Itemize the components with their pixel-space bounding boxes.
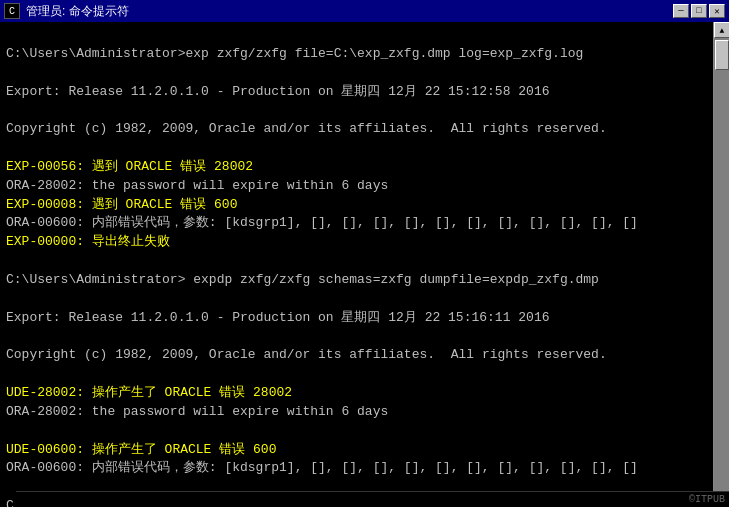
title-bar-left: C 管理员: 命令提示符 [4, 3, 129, 20]
scroll-track[interactable] [714, 38, 729, 491]
watermark-text: ©ITPUB [689, 494, 725, 505]
terminal-line: ORA-00600: 内部错误代码，参数: [kdsgrp1], [], [],… [6, 459, 707, 478]
close-button[interactable]: ✕ [709, 4, 725, 18]
terminal-line: ORA-28002: the password will expire with… [6, 177, 707, 196]
window-icon-label: C [9, 6, 15, 17]
title-bar: C 管理员: 命令提示符 ─ □ ✕ [0, 0, 729, 22]
window-icon: C [4, 3, 20, 19]
terminal-wrapper: C:\Users\Administrator>exp zxfg/zxfg fil… [0, 22, 729, 507]
terminal-line [6, 101, 707, 120]
terminal-line: UDE-28002: 操作产生了 ORACLE 错误 28002 [6, 384, 707, 403]
terminal-output[interactable]: C:\Users\Administrator>exp zxfg/zxfg fil… [0, 22, 713, 507]
terminal-line [6, 422, 707, 441]
terminal-line [6, 365, 707, 384]
terminal-line [6, 252, 707, 271]
terminal-line: EXP-00008: 遇到 ORACLE 错误 600 [6, 196, 707, 215]
terminal-line: Copyright (c) 1982, 2009, Oracle and/or … [6, 120, 707, 139]
terminal-line: C:\Users\Administrator>exp zxfg/zxfg fil… [6, 45, 707, 64]
terminal-line: ORA-00600: 内部错误代码，参数: [kdsgrp1], [], [],… [6, 214, 707, 233]
scroll-thumb[interactable] [715, 40, 729, 70]
terminal-line: Export: Release 11.2.0.1.0 - Production … [6, 83, 707, 102]
terminal-line: ORA-28002: the password will expire with… [6, 403, 707, 422]
terminal-line: Copyright (c) 1982, 2009, Oracle and/or … [6, 346, 707, 365]
scroll-up-button[interactable]: ▲ [714, 22, 729, 38]
terminal-line: EXP-00000: 导出终止失败 [6, 233, 707, 252]
window-controls: ─ □ ✕ [673, 4, 725, 18]
minimize-button[interactable]: ─ [673, 4, 689, 18]
terminal-line [6, 26, 707, 45]
terminal-line: EXP-00056: 遇到 ORACLE 错误 28002 [6, 158, 707, 177]
status-bar: ©ITPUB [16, 491, 729, 507]
terminal-line [6, 139, 707, 158]
scrollbar[interactable]: ▲ ▼ [713, 22, 729, 507]
terminal-line [6, 64, 707, 83]
terminal-line: C:\Users\Administrator> expdp zxfg/zxfg … [6, 271, 707, 290]
maximize-button[interactable]: □ [691, 4, 707, 18]
terminal-line: UDE-00600: 操作产生了 ORACLE 错误 600 [6, 441, 707, 460]
terminal-line [6, 328, 707, 347]
terminal-line: Export: Release 11.2.0.1.0 - Production … [6, 309, 707, 328]
terminal-line [6, 290, 707, 309]
window-title: 管理员: 命令提示符 [26, 3, 129, 20]
